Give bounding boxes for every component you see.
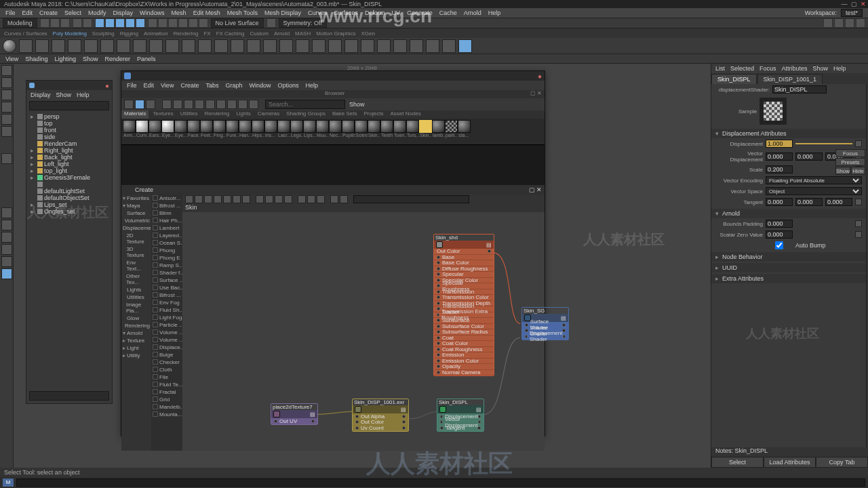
menu-mesh[interactable]: Mesh: [172, 9, 186, 16]
graph-expand[interactable]: [284, 195, 292, 203]
node-attribute[interactable]: Out Color: [353, 420, 408, 426]
shelf-tab[interactable]: XGen: [361, 30, 374, 37]
nodetype-item[interactable]: Phong E: [151, 254, 182, 262]
material-swatch[interactable]: [342, 120, 355, 133]
close-icon[interactable]: ✕: [537, 90, 542, 96]
panel-show[interactable]: Show: [83, 56, 98, 62]
material-swatch[interactable]: [149, 120, 161, 133]
hs-clear-graph[interactable]: [162, 100, 172, 109]
hs-show-down[interactable]: [249, 100, 258, 109]
quad-draw-icon[interactable]: [458, 39, 472, 53]
ae-vecdisp-y[interactable]: [795, 152, 823, 161]
hs-tab-cameras[interactable]: Cameras: [255, 110, 282, 119]
menu-windows[interactable]: Windows: [140, 9, 165, 16]
nodetype-item[interactable]: Displace...: [151, 344, 182, 351]
panel-panels[interactable]: Panels: [137, 56, 156, 62]
material-swatch[interactable]: [406, 120, 419, 133]
menu-display[interactable]: Display: [113, 9, 134, 16]
outliner-item[interactable]: top: [28, 120, 111, 127]
node-attribute[interactable]: Normal Camera: [434, 370, 494, 376]
nodetype-item[interactable]: Grid: [151, 396, 182, 403]
hs-search[interactable]: [265, 100, 345, 109]
ae-vecenc-dropdown[interactable]: Floating Point Absolute: [766, 176, 862, 184]
material-swatch[interactable]: [380, 120, 393, 133]
ae-menu-show[interactable]: Show: [813, 65, 829, 72]
snap-plane-button[interactable]: [178, 18, 188, 28]
material-swatch[interactable]: [445, 120, 458, 133]
category-item[interactable]: Volumetric: [121, 217, 151, 224]
snap-curve-button[interactable]: [158, 18, 167, 28]
ae-load-button[interactable]: Load Attributes: [764, 457, 816, 468]
nodetype-item[interactable]: Layered...: [151, 232, 182, 239]
graph-clear[interactable]: [185, 195, 193, 203]
poly-torus-icon[interactable]: [68, 39, 81, 53]
nodetype-item[interactable]: Checker: [151, 359, 182, 366]
category-item[interactable]: ▾Maya: [121, 202, 151, 209]
category-item[interactable]: ▾Arnold: [121, 329, 151, 337]
shelf-tab[interactable]: Motion Graphics: [316, 30, 355, 37]
poly-sphere-icon[interactable]: [3, 39, 16, 53]
outliner-display[interactable]: Display: [31, 92, 51, 98]
map-icon[interactable]: [855, 220, 862, 227]
nodetype-item[interactable]: Anisotr...: [151, 195, 182, 202]
graph-layout-grid[interactable]: [275, 195, 283, 203]
menu-curves[interactable]: Curves: [308, 9, 328, 16]
shelf-tab[interactable]: Animation: [144, 30, 168, 37]
hs-tab-rendering[interactable]: Rendering: [201, 110, 232, 119]
material-swatch[interactable]: [329, 120, 342, 133]
hs-tab-materials[interactable]: Materials: [121, 110, 149, 119]
menu-deform[interactable]: Deform: [365, 9, 385, 16]
node-attribute[interactable]: Out Alpha: [353, 413, 408, 420]
hs-show-label[interactable]: Show: [347, 101, 368, 108]
snap-toggle-button[interactable]: [199, 18, 208, 28]
outliner-tree[interactable]: ▸persptopfrontsideRenderCam▸Right_light▸…: [26, 112, 112, 216]
hs-view[interactable]: View: [161, 82, 174, 89]
nodetype-item[interactable]: Fluid Te...: [151, 381, 182, 388]
outliner-item[interactable]: [28, 181, 111, 188]
workspace-dropdown[interactable]: test*: [841, 9, 863, 17]
shelf-tab[interactable]: FX Caching: [216, 30, 245, 37]
menu-surfaces[interactable]: Surfaces: [334, 9, 359, 16]
separate-icon[interactable]: [296, 39, 309, 53]
category-item[interactable]: Utilities: [121, 293, 151, 301]
hs-create[interactable]: Create: [180, 82, 199, 89]
mel-label[interactable]: M: [3, 479, 14, 487]
extrude-icon[interactable]: [344, 39, 358, 53]
ae-menu-list[interactable]: List: [715, 65, 725, 72]
hs-tab-sg[interactable]: Shading Groups: [283, 110, 328, 119]
node-attribute[interactable]: Vector Displacement: [437, 420, 484, 426]
shelf-tab[interactable]: MASH: [295, 30, 311, 37]
graph-layout-h[interactable]: [256, 195, 264, 203]
menu-edit[interactable]: Edit: [22, 9, 33, 16]
sym-toggle[interactable]: [267, 18, 276, 28]
ae-sec-disp[interactable]: ▾Displacement Attributes: [711, 129, 866, 138]
hs-tabs[interactable]: Tabs: [205, 82, 218, 89]
ae-copy-button[interactable]: Copy Tab: [816, 457, 868, 468]
ae-tab-skin-displ[interactable]: Skin_DISPL: [711, 74, 757, 84]
command-input[interactable]: [16, 479, 865, 487]
ae-tan-x[interactable]: [766, 198, 793, 206]
nodetype-item[interactable]: Fractal: [151, 388, 182, 396]
poly-cube-icon[interactable]: [19, 39, 33, 53]
hs-tab-utilities[interactable]: Utilities: [178, 110, 201, 119]
nodetype-item[interactable]: Shader f...: [151, 269, 182, 277]
close-icon[interactable]: ●: [538, 73, 542, 80]
select-mode-object[interactable]: [95, 18, 104, 28]
outliner-item[interactable]: defaultLightSet: [28, 188, 111, 195]
snap-grid-button[interactable]: [148, 18, 157, 28]
undock-icon[interactable]: ▢: [529, 186, 535, 193]
shelf-tab[interactable]: Custom: [250, 30, 269, 37]
material-swatch[interactable]: [419, 120, 432, 133]
redo-button[interactable]: [83, 18, 92, 28]
outliner-item[interactable]: ▸Right_light: [28, 147, 111, 154]
category-item[interactable]: Rendering: [121, 322, 151, 329]
poly-cylinder-icon[interactable]: [35, 39, 49, 53]
material-swatch[interactable]: [277, 120, 290, 133]
menu-meshdisplay[interactable]: Mesh Display: [264, 9, 301, 16]
category-item[interactable]: Lights: [121, 286, 151, 293]
material-swatch[interactable]: [213, 120, 226, 133]
bevel-icon[interactable]: [361, 39, 374, 53]
poly-disc-icon[interactable]: [100, 39, 114, 53]
menu-cache[interactable]: Cache: [439, 9, 457, 16]
shelf-tab[interactable]: Curves / Surfaces: [4, 30, 47, 37]
